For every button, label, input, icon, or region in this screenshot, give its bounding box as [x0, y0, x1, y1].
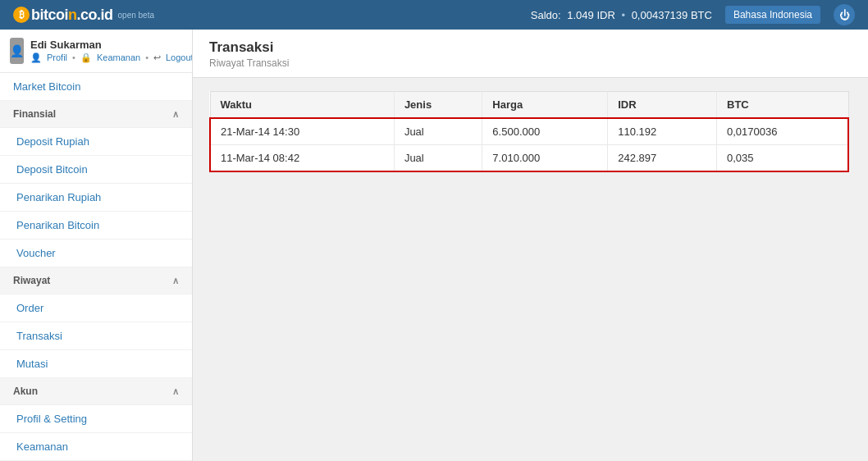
col-header-idr: IDR	[608, 92, 717, 119]
sidebar-item-market-bitcoin[interactable]: Market Bitcoin	[0, 73, 192, 101]
sidebar-market-bitcoin-label: Market Bitcoin	[13, 80, 80, 93]
open-beta-label: open beta	[118, 11, 155, 20]
transactions-table: Waktu Jenis Harga IDR BTC	[209, 91, 849, 172]
mutasi-label: Mutasi	[16, 358, 48, 370]
language-button[interactable]: Bahasa Indonesia	[725, 6, 820, 24]
profil-link[interactable]: Profil	[47, 52, 67, 63]
user-links: 👤 Profil • 🔒 Keamanan • ↩ Logout	[30, 52, 193, 63]
profil-icon: 👤	[30, 52, 42, 63]
sidebar-section-akun[interactable]: Akun ∧	[0, 378, 192, 405]
sidebar-item-keamanan[interactable]: Keamanan	[0, 433, 192, 461]
saldo-info: Saldo: 1.049 IDR • 0,00437139 BTC	[531, 9, 712, 21]
logo: ₿ bitcoin.co.id open beta	[13, 7, 154, 24]
keamanan-icon: 🔒	[80, 52, 92, 63]
penarikan-bitcoin-label: Penarikan Bitcoin	[16, 219, 99, 231]
page-title: Transaksi	[209, 39, 852, 56]
riwayat-chevron-icon: ∧	[172, 276, 179, 286]
sidebar-item-profil-setting[interactable]: Profil & Setting	[0, 405, 192, 433]
content-area: Transaksi Riwayat Transaksi Waktu Jenis …	[193, 30, 868, 461]
sidebar-item-penarikan-rupiah[interactable]: Penarikan Rupiah	[0, 184, 192, 212]
sidebar-item-deposit-rupiah[interactable]: Deposit Rupiah	[0, 128, 192, 156]
cell-jenis: Jual	[394, 118, 482, 145]
saldo-label: Saldo:	[531, 9, 561, 21]
table-row: 11-Mar-14 08:42Jual7.010.000242.8970,035	[210, 145, 848, 172]
sidebar-item-transaksi[interactable]: Transaksi	[0, 322, 192, 350]
user-name: Edi Sukarman	[30, 39, 193, 51]
table-row: 21-Mar-14 14:30Jual6.500.000110.1920,017…	[210, 118, 848, 145]
sidebar-item-order[interactable]: Order	[0, 294, 192, 322]
sidebar-item-deposit-bitcoin[interactable]: Deposit Bitcoin	[0, 156, 192, 184]
sidebar-item-penarikan-bitcoin[interactable]: Penarikan Bitcoin	[0, 212, 192, 240]
avatar: 👤	[10, 38, 24, 64]
header-right: Saldo: 1.049 IDR • 0,00437139 BTC Bahasa…	[531, 4, 855, 25]
akun-label: Akun	[13, 386, 38, 397]
profil-setting-label: Profil & Setting	[16, 413, 87, 425]
page-header: Transaksi Riwayat Transaksi	[193, 30, 868, 78]
col-header-jenis: Jenis	[394, 92, 482, 119]
cell-harga: 6.500.000	[482, 118, 608, 145]
keamanan-link[interactable]: Keamanan	[97, 52, 140, 63]
voucher-label: Voucher	[16, 247, 56, 259]
main-layout: 👤 Edi Sukarman 👤 Profil • 🔒 Keamanan • ↩…	[0, 30, 868, 461]
riwayat-label: Riwayat	[13, 275, 50, 286]
sidebar-section-finansial[interactable]: Finansial ∧	[0, 101, 192, 128]
transaksi-label: Transaksi	[16, 330, 62, 342]
saldo-separator: •	[621, 9, 625, 21]
cell-btc: 0,0170036	[717, 118, 848, 145]
saldo-btc-value: 0,00437139 BTC	[632, 9, 712, 21]
logo-text: bitcoin.co.id	[31, 7, 113, 24]
cell-idr: 242.897	[608, 145, 717, 172]
cell-waktu: 11-Mar-14 08:42	[210, 145, 394, 172]
cell-jenis: Jual	[394, 145, 482, 172]
user-info-section: 👤 Edi Sukarman 👤 Profil • 🔒 Keamanan • ↩…	[0, 30, 192, 73]
user-details: Edi Sukarman 👤 Profil • 🔒 Keamanan • ↩ L…	[30, 39, 193, 63]
deposit-bitcoin-label: Deposit Bitcoin	[16, 163, 88, 176]
table-header-row: Waktu Jenis Harga IDR BTC	[210, 92, 848, 119]
logout-icon: ↩	[153, 52, 161, 63]
avatar-icon: 👤	[10, 44, 24, 57]
logout-link[interactable]: Logout	[166, 52, 193, 63]
col-header-btc: BTC	[717, 92, 848, 119]
penarikan-rupiah-label: Penarikan Rupiah	[16, 191, 101, 203]
akun-chevron-icon: ∧	[172, 386, 179, 397]
power-button[interactable]: ⏻	[834, 4, 855, 25]
col-header-harga: Harga	[482, 92, 608, 119]
cell-idr: 110.192	[608, 118, 717, 145]
finansial-label: Finansial	[13, 108, 56, 120]
top-header: ₿ bitcoin.co.id open beta Saldo: 1.049 I…	[0, 0, 868, 30]
saldo-idr-value: 1.049 IDR	[567, 9, 615, 21]
sidebar-section-riwayat[interactable]: Riwayat ∧	[0, 267, 192, 294]
sidebar-item-voucher[interactable]: Voucher	[0, 240, 192, 267]
keamanan-nav-label: Keamanan	[16, 440, 68, 453]
col-header-waktu: Waktu	[210, 92, 394, 119]
deposit-rupiah-label: Deposit Rupiah	[16, 135, 89, 148]
finansial-chevron-icon: ∧	[172, 109, 179, 120]
power-icon: ⏻	[839, 9, 850, 21]
sidebar: 👤 Edi Sukarman 👤 Profil • 🔒 Keamanan • ↩…	[0, 30, 193, 461]
order-label: Order	[16, 302, 43, 314]
cell-waktu: 21-Mar-14 14:30	[210, 118, 394, 145]
table-section: Waktu Jenis Harga IDR BTC	[193, 78, 868, 185]
cell-btc: 0,035	[717, 145, 848, 172]
logo-coin-icon: ₿	[13, 7, 30, 23]
page-subtitle: Riwayat Transaksi	[209, 57, 852, 69]
cell-harga: 7.010.000	[482, 145, 608, 172]
sidebar-item-mutasi[interactable]: Mutasi	[0, 350, 192, 378]
